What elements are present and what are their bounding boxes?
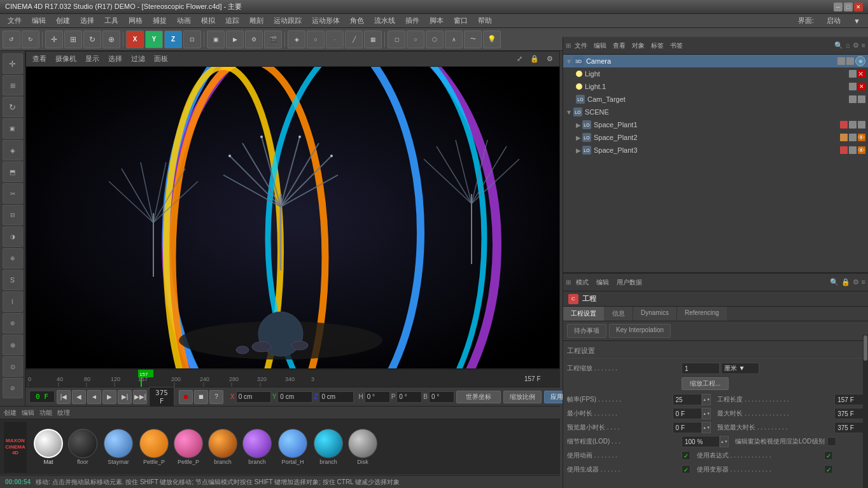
prop-val-prev-max[interactable]: 375 F xyxy=(834,422,864,433)
material-branch-3[interactable]: branch xyxy=(312,429,345,465)
play-reverse-button[interactable]: ◄ xyxy=(87,390,101,404)
vp-lock[interactable]: 🔒 xyxy=(528,55,542,63)
vp-settings[interactable]: ⚙ xyxy=(544,55,556,63)
spline-button[interactable]: 〜 xyxy=(464,31,482,48)
render-to-pic-viewer[interactable]: 🎬 xyxy=(264,31,282,48)
extrude-tool[interactable]: ⬒ xyxy=(3,162,23,182)
brush-tool[interactable]: ⊛ xyxy=(3,313,23,333)
move-tool[interactable]: ✛ xyxy=(3,53,23,74)
material-pettle-p-2[interactable]: Pettle_P xyxy=(172,429,205,465)
plant2-dot[interactable] xyxy=(840,134,848,141)
viewport[interactable]: 查看 摄像机 显示 选择 过滤 面板 ⤢ 🔒 ⚙ xyxy=(25,51,560,369)
menu-select[interactable]: 选择 xyxy=(75,15,99,27)
menu-motion-track[interactable]: 运动跟踪 xyxy=(269,15,307,27)
prop-val-min-time[interactable]: 0 F xyxy=(673,408,703,419)
world-button[interactable]: ⊡ xyxy=(183,31,201,48)
menu-help[interactable]: 帮助 xyxy=(473,15,497,27)
mat-texture[interactable]: 纹理 xyxy=(57,408,70,417)
knife-tool[interactable]: ✂ xyxy=(3,183,23,204)
menu-script[interactable]: 脚本 xyxy=(424,15,449,27)
material-disk[interactable]: Disk xyxy=(346,429,379,465)
obj-cam-target[interactable]: LO Cam_Target xyxy=(563,93,868,106)
prop-cb-use-expr[interactable]: ✓ xyxy=(824,451,833,460)
camera-render[interactable] xyxy=(846,57,854,65)
axis-y-button[interactable]: Y xyxy=(145,31,163,48)
transform-button[interactable]: ⊕ xyxy=(102,31,120,48)
move-button[interactable]: ✛ xyxy=(45,31,63,48)
material-staymar[interactable]: Staymar xyxy=(101,429,136,465)
camera-vis[interactable] xyxy=(837,57,845,65)
current-frame-display[interactable]: 0 F xyxy=(29,391,55,403)
obj-light1[interactable]: Light.1 ✕ xyxy=(563,80,868,93)
edges-mode-button[interactable]: ╱ xyxy=(345,31,363,48)
rotate-button[interactable]: ↻ xyxy=(83,31,101,48)
obj-search-icon[interactable]: 🔍 xyxy=(834,41,843,50)
menu-snap[interactable]: 捕捉 xyxy=(148,15,172,27)
light-vis[interactable] xyxy=(849,70,857,78)
loop-tool[interactable]: ⊕ xyxy=(3,248,23,268)
interface-mode[interactable]: 启动 xyxy=(822,15,846,27)
menu-pipeline[interactable]: 流水线 xyxy=(369,15,400,27)
plant3-dot[interactable] xyxy=(840,146,848,154)
obj-more-icon[interactable]: ≡ xyxy=(862,41,865,50)
z-value[interactable]: 0 cm xyxy=(319,391,354,403)
menu-tools[interactable]: 工具 xyxy=(99,15,123,27)
axis-x-button[interactable]: X xyxy=(126,31,144,48)
select-tool[interactable]: ▣ xyxy=(3,118,23,139)
menu-animate[interactable]: 动画 xyxy=(172,15,196,27)
next-frame-button[interactable]: ▶| xyxy=(118,390,132,404)
obj-collapse-plant1[interactable]: ▶ xyxy=(576,122,581,129)
y-value[interactable]: 0 cm xyxy=(277,391,312,403)
object-mode-button[interactable]: ○ xyxy=(307,31,325,48)
menu-track[interactable]: 追踪 xyxy=(220,15,244,27)
magnet-tool[interactable]: ⊗ xyxy=(3,335,23,355)
obj-home-icon[interactable]: ⌂ xyxy=(846,41,850,50)
viewport-canvas[interactable] xyxy=(26,67,559,369)
obj-space-plant1[interactable]: ▶ LO Space_Plant1 xyxy=(563,118,868,131)
sub-tab-key-interp[interactable]: Key Interpolation xyxy=(609,324,671,338)
prop-val-project-length[interactable]: 157 F xyxy=(834,394,864,405)
obj-light[interactable]: Light ✕ xyxy=(563,67,868,80)
help-button[interactable]: ? xyxy=(209,390,223,404)
props-scrollbar-thumb[interactable] xyxy=(864,335,867,361)
vp-select[interactable]: 选择 xyxy=(106,54,125,64)
obj-scene[interactable]: ▼ LO SCENE xyxy=(563,106,868,118)
bevel-tool[interactable]: ◑ xyxy=(3,227,23,247)
go-start-button[interactable]: |◀ xyxy=(57,390,71,404)
paint-tool[interactable]: S xyxy=(3,270,23,290)
object-tool[interactable]: ◈ xyxy=(3,140,23,160)
menu-motion-form[interactable]: 运动形体 xyxy=(307,15,345,27)
world-coord-button[interactable]: 世界坐标 xyxy=(456,391,501,403)
scale-button[interactable]: ⊞ xyxy=(64,31,82,48)
menu-simulate[interactable]: 模拟 xyxy=(196,15,220,27)
vp-view[interactable]: 查看 xyxy=(30,54,49,64)
cam-target-render[interactable] xyxy=(858,95,865,103)
material-pettle-p-1[interactable]: Pettle_P xyxy=(137,429,171,465)
vp-camera[interactable]: 摄像机 xyxy=(53,54,79,64)
obj-collapse-scene[interactable]: ▼ xyxy=(566,109,572,116)
h-value[interactable]: 0 ° xyxy=(365,391,390,403)
plant3-vis[interactable] xyxy=(849,146,857,154)
record-button[interactable]: ⏺ xyxy=(179,390,193,404)
prop-unit-dropdown[interactable]: 厘米 ▼ xyxy=(721,363,759,374)
mat-edit[interactable]: 编辑 xyxy=(22,408,34,417)
redo-button[interactable]: ↻ xyxy=(22,31,39,48)
rotate-tool[interactable]: ↻ xyxy=(3,97,23,117)
light1-render[interactable]: ✕ xyxy=(858,83,865,90)
material-floor[interactable]: floor xyxy=(66,429,99,465)
prev-frame-button[interactable]: ◀ xyxy=(72,390,86,404)
cam-target-vis[interactable] xyxy=(849,95,857,103)
maximize-button[interactable]: □ xyxy=(844,3,853,11)
prop-cb-use-gen[interactable]: ✓ xyxy=(682,465,690,473)
axis-z-button[interactable]: Z xyxy=(164,31,182,48)
props-lock-icon[interactable]: 🔒 xyxy=(841,278,850,286)
light1-vis[interactable] xyxy=(849,83,857,90)
prop-cb-render-lod[interactable] xyxy=(827,437,836,446)
tab-info[interactable]: 信息 xyxy=(605,307,633,321)
obj-objects[interactable]: 对象 xyxy=(629,41,647,50)
prop-val-lod[interactable]: 100 % xyxy=(682,436,720,447)
camera-target-icon[interactable]: ⊕ xyxy=(855,56,865,66)
bottom-tool[interactable]: ⊘ xyxy=(3,378,23,398)
vp-display[interactable]: 显示 xyxy=(83,54,102,64)
obj-edit[interactable]: 编辑 xyxy=(591,41,609,50)
